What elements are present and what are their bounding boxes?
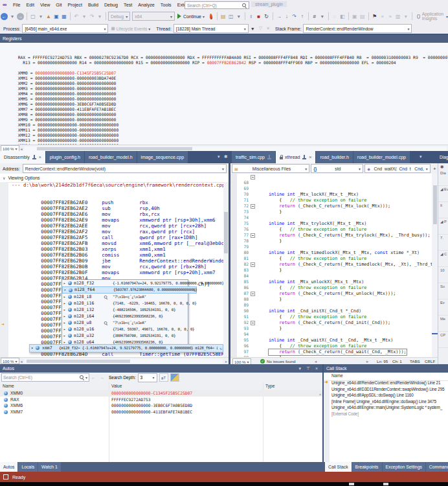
new-item-icon[interactable]: ▢: [30, 12, 36, 21]
save-all-icon[interactable]: ▦: [61, 12, 67, 21]
step-out-icon[interactable]: ↑: [299, 12, 306, 21]
restart-icon[interactable]: ↻: [263, 12, 270, 21]
window-controls[interactable]: ▾ ⊤ ×: [298, 366, 320, 371]
expander-icon[interactable]: [63, 280, 65, 286]
scroll-left-icon[interactable]: ◂: [21, 359, 23, 364]
code-line[interactable]: 95 return (_Check_C_return(_Cnd_wait(_Cn…: [230, 331, 432, 337]
menu-item[interactable]: Analyze: [135, 2, 158, 8]
show-next-statement-icon[interactable]: →: [276, 12, 282, 21]
expander-icon[interactable]: [63, 332, 65, 339]
code-line[interactable]: 78 inline int _Mtx_timedlockX(_Mtx_t _Mt…: [230, 232, 432, 238]
fold-toggle[interactable]: [251, 175, 255, 179]
code-line[interactable]: 97: [230, 343, 432, 349]
menu-item[interactable]: File: [10, 2, 23, 8]
redo-icon[interactable]: ↷: [89, 12, 95, 21]
editor-code-area[interactable]: 68 inline int _Mtx_lockX(_Mtx_t _Mtx) 69…: [230, 174, 432, 358]
pin-icon[interactable]: [302, 155, 306, 160]
health-check-icon[interactable]: [260, 359, 265, 364]
break-all-icon[interactable]: ‖: [248, 12, 254, 21]
disassembly-line[interactable]: 00007FF82EB62AE9movapsxmmword ptr [rsp+3…: [12, 205, 223, 211]
fold-toggle[interactable]: [251, 204, 255, 209]
code-line[interactable]: 74 { // throw exception on failure: [230, 209, 432, 214]
code-line[interactable]: 72: [230, 197, 432, 203]
expander-icon[interactable]: [63, 319, 65, 326]
toolbar-icon[interactable]: [245, 12, 245, 20]
code-line[interactable]: 84 { // throw exception on failure: [230, 267, 432, 273]
add-view-button[interactable]: [432, 165, 438, 172]
variable-row[interactable]: XMM6 0000000000000000-3EB0C6F7A0B5ED8D: [0, 402, 322, 409]
datatip-row[interactable]: m128_f32 {-1.61607947e+24, 9.92179775, 0…: [62, 280, 188, 286]
diagnostics-item[interactable]: CP: [438, 332, 448, 348]
expander-icon[interactable]: [63, 326, 65, 332]
stack-frame[interactable]: [External Code]: [324, 411, 448, 417]
filter-icon[interactable]: ▼: [251, 27, 255, 31]
viewing-options-toggle[interactable]: Viewing Options: [0, 174, 229, 183]
lifecycle-events-button[interactable]: ▦Lifecycle Events: [111, 26, 150, 31]
panel-tab[interactable]: Command Window: [426, 462, 448, 472]
nav-forward-icon[interactable]: →: [17, 13, 24, 20]
disassembly-line[interactable]: 00007FF82EB62B03xorpsxmm1,xmm1: [12, 235, 223, 240]
repo-icon[interactable]: ◧: [339, 12, 346, 21]
thread-combo[interactable]: [18228] Main Thread: [174, 24, 249, 33]
code-line[interactable]: 93 inline int _Cnd_waitX(_Cnd_t _Cnd, _M…: [230, 319, 432, 325]
menu-item[interactable]: Git: [53, 2, 65, 8]
document-tab[interactable]: Disassembly: [0, 151, 45, 163]
stack-frame-combo[interactable]: RenderContext::endRenderWindow: [303, 24, 412, 33]
next-bookmark-icon[interactable]: »: [387, 12, 394, 21]
column-header[interactable]: Name: [3, 384, 14, 388]
zoom-combo[interactable]: 100 %: [1, 358, 19, 364]
process-combo[interactable]: [6456] main_x64d.exe: [22, 24, 108, 33]
toolbar-icon[interactable]: [368, 12, 369, 20]
document-tab[interactable]: traffic_sim.cpp: [232, 151, 275, 163]
disassembly-line[interactable]: 00007FF82EB: [12, 270, 223, 275]
toolbar-icon[interactable]: [217, 12, 218, 20]
menu-item[interactable]: Edit: [23, 2, 37, 8]
panel-tab[interactable]: Exception Settings: [383, 462, 425, 472]
code-line[interactable]: 90 return (_Check_C_return(_Cnd_init(_Cn…: [230, 302, 432, 308]
document-tab[interactable]: road_builder.h: [316, 151, 352, 163]
diagnostics-item[interactable]: II: [438, 202, 448, 218]
code-line[interactable]: 79 { // throw exception on failure: [230, 238, 432, 244]
variable-row[interactable]: XMM0 0000000000000000-C1345F25B5C25D07: [0, 390, 322, 397]
dropdown-icon[interactable]: ▾: [9, 12, 16, 21]
disassembly-line[interactable]: 00007FF82EB62B0Fmovapsxmmword ptr [rsp+2…: [12, 258, 223, 264]
panel-tab[interactable]: Breakpoints: [352, 462, 382, 472]
live-share-icon[interactable]: ◌: [331, 12, 338, 21]
fold-toggle[interactable]: [251, 262, 255, 267]
dropdown-icon[interactable]: ▾: [96, 12, 103, 21]
pin-icon[interactable]: [267, 155, 271, 160]
dropdown-icon[interactable]: ▾: [81, 12, 87, 21]
code-line[interactable]: 77: [230, 226, 432, 232]
variable-row[interactable]: RAX FFFFFEC9272AD753: [0, 397, 322, 403]
disassembly-line[interactable]: 00007FF82EB62B09jbeRenderContext::endRen…: [12, 246, 223, 252]
diagnostics-item[interactable]: Dia: [438, 170, 448, 186]
code-line[interactable]: 89 { // throw exception on failure: [230, 296, 432, 302]
diagnostics-item[interactable]: 7.: [438, 235, 448, 251]
platform-combo[interactable]: x64: [132, 12, 175, 21]
panel-tab[interactable]: Call Stack: [325, 462, 352, 472]
fold-toggle[interactable]: [251, 321, 255, 325]
datatip-root-row[interactable]: xmm7 {m128_f32= {-1.61607947e+24, 9.9217…: [29, 344, 223, 353]
panel-tab[interactable]: Autos: [0, 462, 17, 472]
datatip-row[interactable]: m128_u16 {7148, 59307, 49071, 16670, 0, …: [62, 326, 188, 332]
code-line[interactable]: 83 inline int _Mtx_unlockX(_Mtx_t _Mtx): [230, 261, 432, 267]
expander-icon[interactable]: [63, 300, 65, 307]
variable-row[interactable]: XMM7 0000000000000000-411EBFAFE7AB1BEC: [0, 409, 322, 415]
datatip-row[interactable]: m128_u32 {3886750700, 1092534191, 0, 0}: [62, 332, 188, 339]
gear-icon[interactable]: [438, 163, 448, 170]
code-line[interactable]: 71 }: [230, 191, 432, 197]
undo-icon[interactable]: ↶: [73, 12, 80, 21]
scroll-right-icon[interactable]: ▸: [225, 359, 227, 364]
menu-item[interactable]: Project: [65, 2, 85, 8]
scroll-left-icon[interactable]: ◂: [21, 146, 23, 151]
code-line[interactable]: 96 }: [230, 337, 432, 343]
nav-back-icon[interactable]: ←: [1, 13, 8, 20]
prev-bookmark-icon[interactable]: «: [379, 12, 386, 21]
diagnostics-item[interactable]: 10: [438, 267, 448, 283]
step-over-icon[interactable]: ↷: [291, 12, 298, 21]
toolbar-icon[interactable]: [273, 12, 273, 20]
document-tab[interactable]: plugin_config.h: [46, 151, 84, 163]
code-line[interactable]: 75 return (_Check_C_return(_Mtx_trylock(…: [230, 214, 432, 220]
datatip-row[interactable]: m128_i16 {7148, -6229, -16465, 16670, 0,…: [62, 300, 188, 307]
code-line[interactable]: 85 return (_Check_C_return(_Mtx_unlock(_…: [230, 273, 432, 279]
